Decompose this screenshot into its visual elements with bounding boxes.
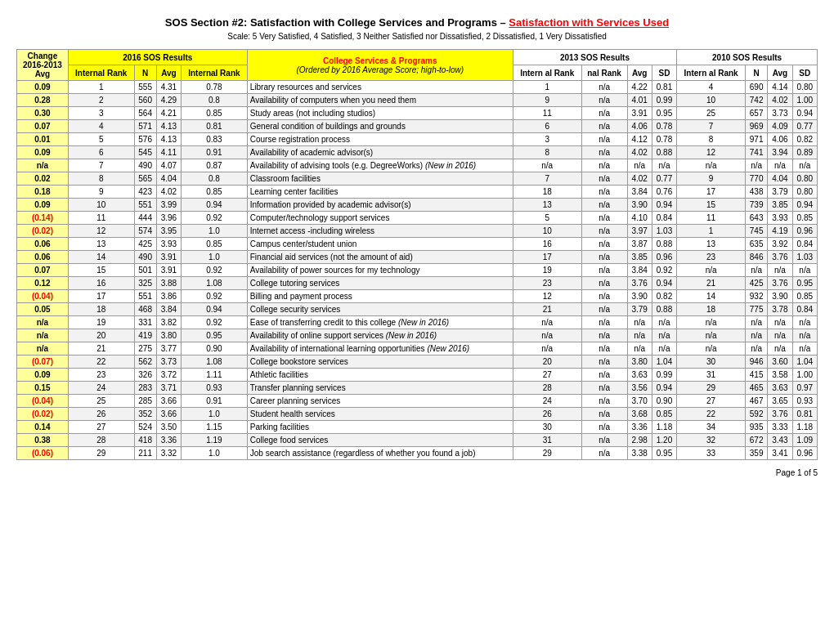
n-2010: 643 — [746, 212, 768, 225]
sd-2010: 0.84 — [792, 303, 817, 316]
n-2010: 775 — [746, 303, 768, 316]
table-row: (0.14)114443.960.92Computer/technology s… — [17, 212, 818, 225]
sd-2016: 1.15 — [182, 421, 248, 434]
n-2010: 969 — [746, 120, 768, 133]
n-2016: 565 — [134, 172, 156, 186]
n-2013: n/a — [581, 395, 627, 408]
n-2016: 331 — [134, 316, 156, 329]
header-2013-internal-rank: Intern al Rank — [513, 65, 581, 81]
table-row: n/a193313.820.92Ease of transferring cre… — [17, 316, 818, 329]
table-row: 0.06134253.930.85Campus center/student u… — [17, 238, 818, 251]
n-2010: 739 — [746, 199, 768, 212]
rank-2010: 17 — [677, 186, 746, 199]
avg-2013: n/a — [627, 329, 652, 342]
change-value: 0.05 — [17, 303, 69, 316]
rank-2010: 14 — [677, 290, 746, 303]
program-name: College bookstore services — [247, 356, 513, 369]
avg-2016: 3.66 — [156, 395, 181, 408]
rank-2016: 20 — [68, 329, 134, 342]
program-name: Campus center/student union — [247, 238, 513, 251]
avg-2016: 4.11 — [156, 146, 181, 159]
n-2010: 946 — [746, 356, 768, 369]
n-2013: n/a — [581, 264, 627, 277]
sd-2016: 0.91 — [182, 395, 248, 408]
program-name: Parking facilities — [247, 421, 513, 434]
rank-2016: 26 — [68, 408, 134, 421]
header-2013-sd: SD — [652, 65, 676, 81]
avg-2010: 3.94 — [768, 146, 792, 159]
table-row: (0.04)175513.860.92Billing and payment p… — [17, 290, 818, 303]
rank-2016: 3 — [68, 107, 134, 120]
avg-2013: 3.87 — [627, 238, 652, 251]
rank-2013: 5 — [513, 212, 581, 225]
rank-2016: 28 — [68, 434, 134, 447]
avg-2016: 3.91 — [156, 264, 181, 277]
sd-2010: 1.00 — [792, 369, 817, 382]
sd-2016: 1.0 — [182, 225, 248, 238]
n-2016: 576 — [134, 133, 156, 146]
avg-2010: 4.04 — [768, 172, 792, 186]
n-2010: 465 — [746, 382, 768, 395]
rank-2013: 10 — [513, 225, 581, 238]
avg-2013: 2.98 — [627, 434, 652, 447]
rank-2016: 16 — [68, 277, 134, 290]
n-2013: n/a — [581, 303, 627, 316]
rank-2013: 31 — [513, 434, 581, 447]
table-row: (0.04)252853.660.91Career planning servi… — [17, 395, 818, 408]
rank-2013: n/a — [513, 316, 581, 329]
avg-2010: n/a — [768, 342, 792, 356]
n-2010: n/a — [746, 342, 768, 356]
avg-2016: 3.84 — [156, 303, 181, 316]
n-2010: 467 — [746, 395, 768, 408]
sd-2016: 0.90 — [182, 342, 248, 356]
avg-2013: 3.84 — [627, 264, 652, 277]
sd-2016: 0.95 — [182, 329, 248, 342]
rank-2013: 13 — [513, 199, 581, 212]
avg-2016: 3.32 — [156, 447, 181, 460]
rank-2013: 1 — [513, 81, 581, 94]
n-2016: 574 — [134, 225, 156, 238]
avg-2013: 3.90 — [627, 199, 652, 212]
n-2013: n/a — [581, 329, 627, 342]
n-2016: 419 — [134, 329, 156, 342]
rank-2013: 16 — [513, 238, 581, 251]
n-2013: n/a — [581, 316, 627, 329]
change-value: 0.38 — [17, 434, 69, 447]
program-name: Athletic facilities — [247, 369, 513, 382]
sd-2010: 0.93 — [792, 395, 817, 408]
table-row: 0.3035644.210.85Study areas (not includi… — [17, 107, 818, 120]
change-value: 0.28 — [17, 94, 69, 107]
sd-2013: 1.03 — [652, 225, 676, 238]
rank-2010: n/a — [677, 342, 746, 356]
n-2013: n/a — [581, 408, 627, 421]
avg-2016: 3.50 — [156, 421, 181, 434]
sd-2010: n/a — [792, 264, 817, 277]
table-row: 0.05184683.840.94College security servic… — [17, 303, 818, 316]
n-2013: n/a — [581, 146, 627, 159]
rank-2016: 17 — [68, 290, 134, 303]
avg-2010: 4.14 — [768, 81, 792, 94]
rank-2013: 20 — [513, 356, 581, 369]
avg-2010: 3.79 — [768, 186, 792, 199]
program-name: Availability of computers when you need … — [247, 94, 513, 107]
sd-2013: 0.96 — [652, 251, 676, 264]
rank-2013: 19 — [513, 264, 581, 277]
program-name: Student health services — [247, 408, 513, 421]
program-name: Transfer planning services — [247, 382, 513, 395]
n-2010: 672 — [746, 434, 768, 447]
sd-2013: 0.94 — [652, 382, 676, 395]
title-highlight: Satisfaction with Services Used — [509, 16, 669, 29]
rank-2010: 21 — [677, 277, 746, 290]
rank-2010: 32 — [677, 434, 746, 447]
n-2013: n/a — [581, 369, 627, 382]
sd-2016: 0.87 — [182, 159, 248, 172]
sd-2010: 1.00 — [792, 94, 817, 107]
n-2016: 285 — [134, 395, 156, 408]
table-row: 0.0745714.130.81General condition of bui… — [17, 120, 818, 133]
change-value: (0.04) — [17, 395, 69, 408]
n-2010: 438 — [746, 186, 768, 199]
n-2013: n/a — [581, 159, 627, 172]
sd-2013: 0.88 — [652, 238, 676, 251]
program-name: Ease of transferring credit to this coll… — [247, 316, 513, 329]
rank-2016: 27 — [68, 421, 134, 434]
